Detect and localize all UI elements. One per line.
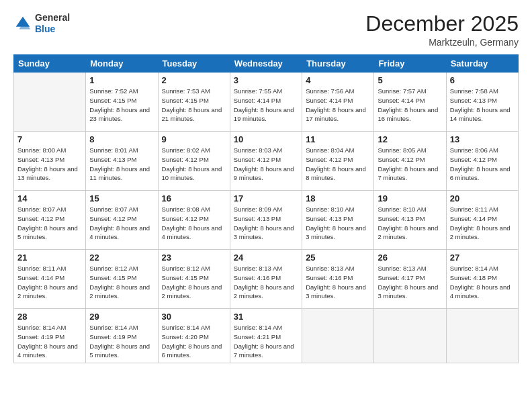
calendar-header-monday: Monday bbox=[86, 55, 158, 73]
calendar-cell: 4Sunrise: 7:56 AMSunset: 4:14 PMDaylight… bbox=[302, 73, 374, 132]
day-info: Sunrise: 8:09 AMSunset: 4:13 PMDaylight:… bbox=[234, 205, 298, 242]
day-number: 11 bbox=[306, 134, 370, 144]
day-info: Sunrise: 8:12 AMSunset: 4:15 PMDaylight:… bbox=[89, 264, 154, 301]
calendar-header-friday: Friday bbox=[374, 55, 446, 73]
day-info: Sunrise: 7:52 AMSunset: 4:15 PMDaylight:… bbox=[89, 87, 154, 124]
day-info: Sunrise: 8:05 AMSunset: 4:12 PMDaylight:… bbox=[378, 146, 442, 183]
calendar: SundayMondayTuesdayWednesdayThursdayFrid… bbox=[13, 54, 519, 363]
calendar-header-wednesday: Wednesday bbox=[230, 55, 302, 73]
day-number: 25 bbox=[306, 253, 370, 263]
logo-general: General bbox=[35, 12, 70, 24]
day-number: 22 bbox=[89, 253, 154, 263]
day-number: 4 bbox=[306, 75, 370, 85]
day-info: Sunrise: 8:14 AMSunset: 4:19 PMDaylight:… bbox=[89, 323, 154, 360]
day-info: Sunrise: 8:14 AMSunset: 4:19 PMDaylight:… bbox=[17, 323, 82, 360]
day-info: Sunrise: 8:07 AMSunset: 4:12 PMDaylight:… bbox=[89, 205, 154, 242]
calendar-cell: 2Sunrise: 7:53 AMSunset: 4:15 PMDaylight… bbox=[158, 73, 230, 132]
day-number: 8 bbox=[89, 134, 154, 144]
calendar-cell: 29Sunrise: 8:14 AMSunset: 4:19 PMDayligh… bbox=[86, 309, 158, 363]
logo-text: General Blue bbox=[35, 12, 70, 35]
calendar-cell: 12Sunrise: 8:05 AMSunset: 4:12 PMDayligh… bbox=[374, 132, 446, 191]
title-block: December 2025 Marktzeuln, Germany bbox=[365, 12, 519, 48]
location: Marktzeuln, Germany bbox=[365, 37, 519, 48]
calendar-cell: 24Sunrise: 8:13 AMSunset: 4:16 PMDayligh… bbox=[230, 250, 302, 309]
day-info: Sunrise: 8:03 AMSunset: 4:12 PMDaylight:… bbox=[234, 146, 298, 183]
day-number: 7 bbox=[17, 134, 82, 144]
calendar-cell: 9Sunrise: 8:02 AMSunset: 4:12 PMDaylight… bbox=[158, 132, 230, 191]
calendar-cell: 3Sunrise: 7:55 AMSunset: 4:14 PMDaylight… bbox=[230, 73, 302, 132]
day-number: 1 bbox=[89, 75, 154, 85]
calendar-cell: 27Sunrise: 8:14 AMSunset: 4:18 PMDayligh… bbox=[446, 250, 518, 309]
calendar-cell: 21Sunrise: 8:11 AMSunset: 4:14 PMDayligh… bbox=[14, 250, 86, 309]
calendar-cell bbox=[302, 309, 374, 363]
calendar-cell: 18Sunrise: 8:10 AMSunset: 4:13 PMDayligh… bbox=[302, 191, 374, 250]
day-info: Sunrise: 8:14 AMSunset: 4:21 PMDaylight:… bbox=[234, 323, 298, 360]
day-info: Sunrise: 8:00 AMSunset: 4:13 PMDaylight:… bbox=[17, 146, 82, 183]
logo-blue: Blue bbox=[35, 24, 70, 35]
calendar-cell: 6Sunrise: 7:58 AMSunset: 4:13 PMDaylight… bbox=[446, 73, 518, 132]
day-info: Sunrise: 8:10 AMSunset: 4:13 PMDaylight:… bbox=[306, 205, 370, 242]
calendar-cell: 16Sunrise: 8:08 AMSunset: 4:12 PMDayligh… bbox=[158, 191, 230, 250]
day-number: 3 bbox=[234, 75, 298, 85]
logo-icon bbox=[13, 14, 32, 33]
day-info: Sunrise: 7:57 AMSunset: 4:14 PMDaylight:… bbox=[378, 87, 442, 124]
calendar-cell: 26Sunrise: 8:13 AMSunset: 4:17 PMDayligh… bbox=[374, 250, 446, 309]
calendar-week-5: 28Sunrise: 8:14 AMSunset: 4:19 PMDayligh… bbox=[14, 309, 519, 363]
calendar-cell: 25Sunrise: 8:13 AMSunset: 4:16 PMDayligh… bbox=[302, 250, 374, 309]
calendar-cell: 5Sunrise: 7:57 AMSunset: 4:14 PMDaylight… bbox=[374, 73, 446, 132]
day-number: 16 bbox=[162, 193, 226, 203]
day-info: Sunrise: 8:02 AMSunset: 4:12 PMDaylight:… bbox=[162, 146, 226, 183]
day-number: 19 bbox=[378, 193, 442, 203]
month-title: December 2025 bbox=[365, 12, 519, 36]
calendar-header-saturday: Saturday bbox=[446, 55, 518, 73]
day-info: Sunrise: 8:04 AMSunset: 4:12 PMDaylight:… bbox=[306, 146, 370, 183]
day-number: 2 bbox=[162, 75, 226, 85]
calendar-cell: 7Sunrise: 8:00 AMSunset: 4:13 PMDaylight… bbox=[14, 132, 86, 191]
day-number: 12 bbox=[378, 134, 442, 144]
day-number: 18 bbox=[306, 193, 370, 203]
day-number: 27 bbox=[450, 253, 515, 263]
day-info: Sunrise: 8:14 AMSunset: 4:20 PMDaylight:… bbox=[162, 323, 226, 360]
day-number: 30 bbox=[162, 312, 226, 322]
day-number: 20 bbox=[450, 193, 515, 203]
calendar-cell: 1Sunrise: 7:52 AMSunset: 4:15 PMDaylight… bbox=[86, 73, 158, 132]
calendar-cell: 19Sunrise: 8:10 AMSunset: 4:13 PMDayligh… bbox=[374, 191, 446, 250]
calendar-week-2: 7Sunrise: 8:00 AMSunset: 4:13 PMDaylight… bbox=[14, 132, 519, 191]
day-number: 14 bbox=[17, 193, 82, 203]
day-info: Sunrise: 8:10 AMSunset: 4:13 PMDaylight:… bbox=[378, 205, 442, 242]
day-info: Sunrise: 8:06 AMSunset: 4:12 PMDaylight:… bbox=[450, 146, 515, 183]
calendar-header-sunday: Sunday bbox=[14, 55, 86, 73]
calendar-cell bbox=[374, 309, 446, 363]
calendar-cell: 22Sunrise: 8:12 AMSunset: 4:15 PMDayligh… bbox=[86, 250, 158, 309]
day-number: 6 bbox=[450, 75, 515, 85]
calendar-header-row: SundayMondayTuesdayWednesdayThursdayFrid… bbox=[14, 55, 519, 73]
calendar-cell: 23Sunrise: 8:12 AMSunset: 4:15 PMDayligh… bbox=[158, 250, 230, 309]
calendar-cell: 13Sunrise: 8:06 AMSunset: 4:12 PMDayligh… bbox=[446, 132, 518, 191]
day-info: Sunrise: 8:11 AMSunset: 4:14 PMDaylight:… bbox=[450, 205, 515, 242]
day-number: 5 bbox=[378, 75, 442, 85]
day-info: Sunrise: 8:14 AMSunset: 4:18 PMDaylight:… bbox=[450, 264, 515, 301]
calendar-cell: 31Sunrise: 8:14 AMSunset: 4:21 PMDayligh… bbox=[230, 309, 302, 363]
day-number: 28 bbox=[17, 312, 82, 322]
day-info: Sunrise: 8:11 AMSunset: 4:14 PMDaylight:… bbox=[17, 264, 82, 301]
calendar-cell: 8Sunrise: 8:01 AMSunset: 4:13 PMDaylight… bbox=[86, 132, 158, 191]
calendar-cell: 17Sunrise: 8:09 AMSunset: 4:13 PMDayligh… bbox=[230, 191, 302, 250]
day-info: Sunrise: 8:13 AMSunset: 4:16 PMDaylight:… bbox=[306, 264, 370, 301]
calendar-week-1: 1Sunrise: 7:52 AMSunset: 4:15 PMDaylight… bbox=[14, 73, 519, 132]
calendar-cell bbox=[446, 309, 518, 363]
calendar-cell: 10Sunrise: 8:03 AMSunset: 4:12 PMDayligh… bbox=[230, 132, 302, 191]
day-number: 21 bbox=[17, 253, 82, 263]
day-info: Sunrise: 7:58 AMSunset: 4:13 PMDaylight:… bbox=[450, 87, 515, 124]
calendar-cell: 28Sunrise: 8:14 AMSunset: 4:19 PMDayligh… bbox=[14, 309, 86, 363]
day-number: 23 bbox=[162, 253, 226, 263]
calendar-week-4: 21Sunrise: 8:11 AMSunset: 4:14 PMDayligh… bbox=[14, 250, 519, 309]
calendar-header-tuesday: Tuesday bbox=[158, 55, 230, 73]
day-number: 17 bbox=[234, 193, 298, 203]
calendar-cell: 15Sunrise: 8:07 AMSunset: 4:12 PMDayligh… bbox=[86, 191, 158, 250]
calendar-header-thursday: Thursday bbox=[302, 55, 374, 73]
calendar-cell bbox=[14, 73, 86, 132]
day-number: 24 bbox=[234, 253, 298, 263]
calendar-cell: 11Sunrise: 8:04 AMSunset: 4:12 PMDayligh… bbox=[302, 132, 374, 191]
day-info: Sunrise: 8:13 AMSunset: 4:17 PMDaylight:… bbox=[378, 264, 442, 301]
day-info: Sunrise: 8:07 AMSunset: 4:12 PMDaylight:… bbox=[17, 205, 82, 242]
